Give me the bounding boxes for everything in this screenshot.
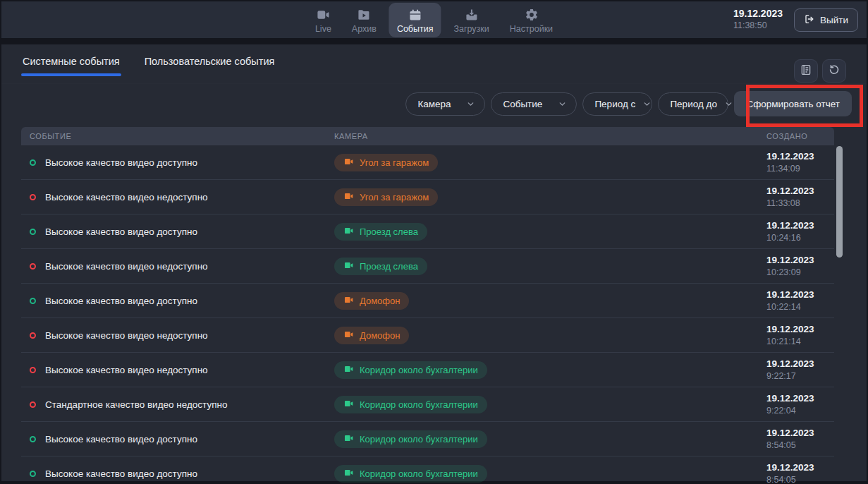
event-cell: Высокое качество видео недоступно xyxy=(30,192,334,202)
camera-badge[interactable]: Коридор около бухгалтерии xyxy=(334,396,487,413)
nav-item-archive[interactable]: Архив xyxy=(344,3,384,37)
camera-name: Домофон xyxy=(360,330,400,341)
camera-badge[interactable]: Коридор около бухгалтерии xyxy=(334,430,487,448)
camera-cell: Коридор около бухгалтерии xyxy=(334,361,766,379)
report-journal-button[interactable] xyxy=(794,59,818,83)
logout-label: Выйти xyxy=(820,15,848,25)
table-row[interactable]: Высокое качество видео недоступно Угол з… xyxy=(21,180,834,214)
refresh-icon xyxy=(828,63,841,79)
tab-user-events[interactable]: Пользовательские события xyxy=(145,56,275,76)
camera-badge[interactable]: Проезд слева xyxy=(334,223,427,241)
created-date: 19.12.2023 xyxy=(766,150,826,163)
camera-badge[interactable]: Коридор около бухгалтерии xyxy=(334,465,487,483)
event-cell: Высокое качество видео доступно xyxy=(30,468,334,479)
created-date: 19.12.2023 xyxy=(766,185,826,198)
created-time: 10:22:14 xyxy=(766,301,826,313)
camera-name: Коридор около бухгалтерии xyxy=(360,434,478,444)
camera-icon xyxy=(343,399,354,411)
events-table-body: Высокое качество видео доступно Угол за … xyxy=(21,145,834,484)
event-text: Высокое качество видео доступно xyxy=(45,226,197,237)
nav-item-live[interactable]: Live xyxy=(307,3,339,37)
current-time: 11:38:50 xyxy=(733,20,783,32)
table-row[interactable]: Высокое качество видео недоступно Коридо… xyxy=(21,353,834,387)
camera-badge[interactable]: Проезд слева xyxy=(334,258,427,275)
camera-icon xyxy=(343,157,354,169)
datetime-display: 19.12.2023 11:38:50 xyxy=(733,8,783,31)
scrollbar-thumb[interactable] xyxy=(836,146,843,258)
table-row[interactable]: Высокое качество видео доступно Коридор … xyxy=(21,422,834,456)
topbar-right: 19.12.2023 11:38:50 Выйти xyxy=(733,1,858,38)
toolbar-actions xyxy=(794,59,846,83)
tab-system-events[interactable]: Системные события xyxy=(23,56,120,76)
event-filter-dropdown[interactable]: Событие xyxy=(491,92,577,116)
table-row[interactable]: Высокое качество видео доступно Проезд с… xyxy=(21,214,834,249)
created-time: 8:54:05 xyxy=(766,440,826,451)
nav-label: События xyxy=(397,24,434,34)
camera-icon xyxy=(343,364,354,376)
created-date: 19.12.2023 xyxy=(766,289,826,301)
nav-label: Live xyxy=(315,24,331,34)
camera-cell: Проезд слева xyxy=(334,258,766,275)
table-row[interactable]: Высокое качество видео недоступно Домофо… xyxy=(21,318,834,353)
logout-button[interactable]: Выйти xyxy=(794,8,858,32)
filter-bar: Камера Событие Период с Период до Сформи… xyxy=(405,91,852,116)
gear-icon xyxy=(524,8,539,22)
calendar-icon xyxy=(408,8,422,22)
camera-badge[interactable]: Угол за гаражом xyxy=(334,154,438,171)
created-date: 19.12.2023 xyxy=(766,392,826,405)
topbar-separator xyxy=(1,38,867,44)
scrollbar-track[interactable] xyxy=(836,135,843,481)
table-row[interactable]: Высокое качество видео доступно Домофон … xyxy=(21,284,834,318)
status-dot xyxy=(30,229,36,235)
period-to-dropdown[interactable]: Период до xyxy=(658,92,728,116)
event-cell: Высокое качество видео недоступно xyxy=(30,365,334,375)
events-table: СОБЫТИЕ КАМЕРА СОЗДАНО Высокое качество … xyxy=(21,127,834,484)
created-date: 19.12.2023 xyxy=(766,461,826,474)
period-from-dropdown[interactable]: Период с xyxy=(582,92,652,116)
event-text: Высокое качество видео доступно xyxy=(45,157,197,168)
camera-name: Коридор около бухгалтерии xyxy=(360,399,478,410)
camera-icon xyxy=(343,191,354,203)
refresh-button[interactable] xyxy=(822,59,846,83)
created-cell: 19.12.2023 11:33:08 xyxy=(766,185,826,209)
camera-filter-dropdown[interactable]: Камера xyxy=(405,92,485,116)
status-dot xyxy=(30,471,36,477)
nav-item-settings[interactable]: Настройки xyxy=(502,3,561,37)
table-row[interactable]: Высокое качество видео доступно Угол за … xyxy=(21,145,834,180)
generate-report-button[interactable]: Сформировать отчет xyxy=(734,91,852,116)
table-row[interactable]: Высокое качество видео доступно Коридор … xyxy=(21,456,834,484)
table-row[interactable]: Высокое качество видео недоступно Проезд… xyxy=(21,249,834,284)
created-time: 11:34:09 xyxy=(766,163,826,174)
camera-name: Коридор около бухгалтерии xyxy=(360,468,478,479)
table-row[interactable]: Стандартное качество видео недоступно Ко… xyxy=(21,387,834,422)
camera-badge[interactable]: Угол за гаражом xyxy=(334,188,438,206)
camera-badge[interactable]: Домофон xyxy=(334,292,409,310)
created-time: 9:22:04 xyxy=(766,405,826,416)
chevron-down-icon xyxy=(724,99,733,109)
nav-item-events[interactable]: События xyxy=(389,3,441,37)
video-camera-icon xyxy=(316,8,331,22)
event-cell: Стандартное качество видео недоступно xyxy=(30,399,334,410)
nav-item-downloads[interactable]: Загрузки xyxy=(446,3,496,37)
event-text: Высокое качество видео доступно xyxy=(45,468,197,479)
created-time: 11:33:08 xyxy=(766,198,826,209)
camera-cell: Угол за гаражом xyxy=(334,188,766,206)
content-area: Системные события Пользовательские событ… xyxy=(1,44,867,481)
nav-label: Настройки xyxy=(510,24,553,34)
event-text: Высокое качество видео недоступно xyxy=(45,192,208,202)
event-cell: Высокое качество видео доступно xyxy=(30,226,334,237)
created-time: 10:24:16 xyxy=(766,232,826,243)
camera-badge[interactable]: Домофон xyxy=(334,327,409,344)
status-dot xyxy=(30,263,36,270)
created-cell: 19.12.2023 11:34:09 xyxy=(766,150,826,174)
camera-badge[interactable]: Коридор около бухгалтерии xyxy=(334,361,487,379)
camera-icon xyxy=(343,329,354,341)
camera-cell: Коридор около бухгалтерии xyxy=(334,430,766,448)
camera-icon xyxy=(343,468,354,480)
chevron-down-icon xyxy=(558,99,567,109)
camera-name: Угол за гаражом xyxy=(360,157,429,168)
event-text: Высокое качество видео недоступно xyxy=(45,365,208,375)
camera-icon xyxy=(343,226,354,238)
status-dot xyxy=(30,159,36,166)
created-date: 19.12.2023 xyxy=(766,219,826,232)
